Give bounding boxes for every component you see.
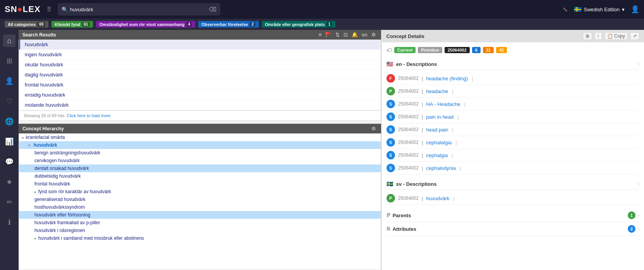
en-chevron-icon: › <box>638 61 639 67</box>
list-item[interactable]: daglig huvudvärk <box>19 70 381 80</box>
topnav-right: ⤡ 🇸🇪 Swedish Edition ▾ 👤 <box>563 5 640 14</box>
hierarchy-title: Concept Hierarchy <box>22 126 64 132</box>
list-item[interactable]: ▾ huvudvärk <box>19 141 381 149</box>
sidebar-grid-icon[interactable]: ⊞ <box>3 55 15 67</box>
search-input[interactable] <box>70 7 209 12</box>
toolbar-list-btn[interactable]: ≡ <box>318 31 323 38</box>
list-item[interactable]: generaliserad huvudvärk <box>19 196 381 203</box>
desc-row: P 25064002 | headache | <box>386 85 639 98</box>
desc-id: 25064002 <box>398 114 419 119</box>
en-descriptions-label: en - Descriptions <box>396 61 437 67</box>
search-box: 🔍 ⌫ <box>58 3 220 16</box>
hierarchy-settings-btn[interactable]: ⚙ <box>370 125 377 132</box>
list-item[interactable]: frontal huvudvärk <box>19 80 381 90</box>
category-bar: All categories 69 Kliniskt fynd 61 Omstä… <box>0 19 644 30</box>
desc-separator: | <box>422 127 423 133</box>
sidebar-info-icon[interactable]: ℹ <box>3 216 15 228</box>
toolbar-bell-btn[interactable]: 🔔 <box>350 31 359 38</box>
clear-search-icon[interactable]: ⌫ <box>209 6 216 12</box>
concept-expand-btn[interactable]: ↗ <box>630 32 639 40</box>
list-item[interactable]: huvudvärk i näsregionen <box>19 227 381 234</box>
sidebar-heart-icon[interactable]: ♡ <box>3 95 15 107</box>
us-flag-icon: 🇺🇸 <box>386 61 393 67</box>
hierarchy-arrow-icon: ▸ <box>22 135 25 140</box>
cat-observerbar[interactable]: Observerbar företeelse 2 <box>198 21 259 28</box>
sidebar-icons: ⌂ ⊞ 👤 ♡ 🌐 📊 💬 ★ ✏ ℹ <box>0 30 19 270</box>
right-panel: Concept Details ⊞ ↑ 📋 Copy ↗ 🏷 Current P… <box>381 30 644 270</box>
list-item[interactable]: hosthuvudvärkssyndrom <box>19 203 381 211</box>
concept-copy-btn[interactable]: 📋 Copy <box>605 32 628 40</box>
list-item[interactable]: ▸ huvudvärk i samband med missbruk eller… <box>19 234 381 242</box>
desc-badge-S: S <box>386 100 395 108</box>
cat-all-categories[interactable]: All categories 69 <box>5 21 48 28</box>
list-item[interactable]: frontal huvudvärk <box>19 180 381 188</box>
list-item[interactable]: huvudvärk efter förlossning <box>19 211 381 219</box>
toolbar-sort-btn[interactable]: ⇅ <box>334 31 341 38</box>
concept-header-tools: ⊞ ↑ 📋 Copy ↗ <box>583 32 639 40</box>
grid-icon[interactable]: ⠿ <box>47 6 52 13</box>
sidebar-chat-icon[interactable]: 💬 <box>3 156 15 168</box>
desc-link[interactable]: cephalalgia <box>426 140 452 145</box>
concept-up-btn[interactable]: ↑ <box>594 32 602 40</box>
list-item[interactable]: cervikogen huvudvärk <box>19 157 381 164</box>
cat-all-label: All categories <box>8 22 36 27</box>
list-item[interactable]: ▸ fynd som rör karaktär av huvudvärk <box>19 188 381 196</box>
search-results-header: Search Results ≡ 🚩 ⇅ ⊡ 🔔 en ⚙ <box>19 30 381 40</box>
desc-link[interactable]: HA - Headache <box>426 101 460 107</box>
expand-icon[interactable]: ⤡ <box>563 6 568 13</box>
desc-pipe: | <box>452 88 453 94</box>
list-item[interactable]: benign ansträngningshuvudvärk <box>19 149 381 157</box>
list-item[interactable]: ingen huvudvärk <box>19 50 381 60</box>
desc-pipe: | <box>452 152 453 158</box>
list-item[interactable]: okulär huvudvärk <box>19 60 381 70</box>
desc-separator: | <box>422 196 423 201</box>
desc-link[interactable]: huvudvärk <box>426 196 449 201</box>
toolbar-lang-btn[interactable]: en <box>361 31 368 38</box>
tag-row: 🏷 Current Primitive 25064002 6 31 41 <box>386 47 639 53</box>
desc-link[interactable]: cephalgia <box>426 152 448 158</box>
toolbar-settings-btn[interactable]: ⚙ <box>370 31 377 38</box>
cat-omstandighet[interactable]: Omständighet som rör visst sammanhang 4 <box>96 21 195 28</box>
cat-omrade-count: 1 <box>326 22 333 27</box>
attributes-count: 2 <box>628 225 635 233</box>
sidebar-edit-icon[interactable]: ✏ <box>3 196 15 208</box>
en-descriptions-section[interactable]: 🇺🇸 en - Descriptions › <box>386 59 639 70</box>
desc-separator: | <box>422 140 423 145</box>
sidebar-star-icon[interactable]: ★ <box>3 176 15 188</box>
desc-link[interactable]: pain in head <box>426 114 453 120</box>
list-item[interactable]: ensidig huvudvärk <box>19 90 381 100</box>
desc-link[interactable]: headache <box>426 88 448 94</box>
flag-icon: 🇸🇪 <box>574 6 582 13</box>
topnav: SN●LEX ⠿ 🔍 ⌫ ⤡ 🇸🇪 Swedish Edition ▾ 👤 <box>0 0 644 19</box>
list-item[interactable]: dubbelsidig huvudvärk <box>19 172 381 180</box>
desc-link[interactable]: headache (finding) <box>426 76 468 81</box>
attributes-text: Attributes <box>393 226 416 232</box>
toolbar-grid-btn[interactable]: ⊡ <box>342 31 349 38</box>
main-layout: ⌂ ⊞ 👤 ♡ 🌐 📊 💬 ★ ✏ ℹ Search Results ≡ 🚩 <box>0 30 644 270</box>
cat-kliniskt-fynd[interactable]: Kliniskt fynd 61 <box>52 21 93 28</box>
cat-kliniskt-count: 61 <box>82 22 90 27</box>
sidebar-chart-icon[interactable]: 📊 <box>3 135 15 148</box>
edition-selector[interactable]: 🇸🇪 Swedish Edition ▾ <box>574 6 625 13</box>
sidebar-user-icon[interactable]: 👤 <box>3 75 15 87</box>
load-more-link[interactable]: Click here to load more <box>67 113 110 118</box>
parents-row[interactable]: ℙ Parents 1 › <box>386 209 639 222</box>
desc-link[interactable]: cephalodynia <box>426 165 456 171</box>
sidebar-globe-icon[interactable]: 🌐 <box>3 115 15 128</box>
list-item[interactable]: molande huvudvärk <box>19 100 381 110</box>
user-icon[interactable]: 👤 <box>631 5 639 14</box>
concept-hierarchy-btn[interactable]: ⊞ <box>583 32 592 40</box>
desc-pipe: | <box>460 165 461 171</box>
list-item[interactable]: huvudvärk framkallad av p-piller <box>19 219 381 227</box>
sv-descriptions-section[interactable]: 🇸🇪 sv - Descriptions › <box>386 178 639 190</box>
toolbar-flag-btn[interactable]: 🚩 <box>324 31 333 38</box>
sidebar-home-icon[interactable]: ⌂ <box>3 35 15 47</box>
list-item[interactable]: huvudvärk <box>19 40 381 50</box>
desc-link[interactable]: head pain <box>426 127 448 133</box>
tag-count-6: 6 <box>472 47 481 53</box>
list-item[interactable]: dentalt orsakad huvudvärk <box>19 164 381 172</box>
desc-row: S 25064002 | head pain | <box>386 123 639 136</box>
attributes-row[interactable]: ℝ Attributes 2 › <box>386 222 639 236</box>
list-item[interactable]: ▸ kraniofacial smärta <box>19 133 381 141</box>
cat-omrade[interactable]: Område eller geografisk plats 1 <box>262 21 335 28</box>
